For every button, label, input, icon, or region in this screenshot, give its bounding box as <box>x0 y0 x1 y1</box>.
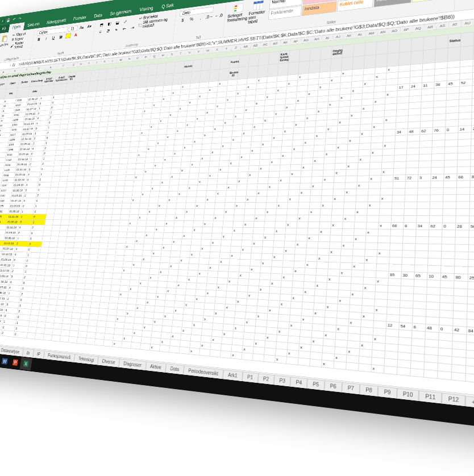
cell[interactable] <box>298 208 309 215</box>
cell[interactable]: x <box>354 236 366 243</box>
cell[interactable] <box>441 251 455 258</box>
cell[interactable] <box>99 181 108 186</box>
cell[interactable] <box>174 220 184 227</box>
col-header[interactable]: AJ <box>332 34 344 40</box>
cell[interactable] <box>188 179 198 185</box>
cell[interactable] <box>218 265 229 272</box>
cell[interactable] <box>257 183 268 190</box>
cell[interactable] <box>358 364 371 372</box>
cell[interactable] <box>142 186 151 191</box>
cell[interactable] <box>78 265 88 272</box>
col-header[interactable]: U <box>185 49 194 56</box>
cell[interactable]: 1 <box>37 187 51 193</box>
cell[interactable] <box>151 256 161 262</box>
cell[interactable] <box>142 250 152 256</box>
cell[interactable] <box>228 265 239 272</box>
cell[interactable] <box>230 154 240 160</box>
cell[interactable] <box>367 208 380 215</box>
cell[interactable] <box>286 208 298 215</box>
cell[interactable]: x <box>313 157 324 164</box>
cell[interactable] <box>78 208 88 214</box>
cell[interactable] <box>199 167 209 173</box>
cell[interactable] <box>313 151 325 158</box>
cell[interactable] <box>300 183 311 189</box>
cell[interactable] <box>69 271 78 277</box>
cell[interactable] <box>120 279 130 286</box>
cell[interactable] <box>406 148 419 155</box>
cell[interactable] <box>457 160 471 167</box>
cell[interactable]: x <box>364 256 377 264</box>
cell[interactable] <box>330 228 342 235</box>
cell[interactable] <box>346 169 357 176</box>
cell[interactable] <box>428 258 442 265</box>
col-header[interactable]: V <box>194 48 203 55</box>
cell[interactable]: x <box>237 178 248 184</box>
cell[interactable] <box>430 195 443 202</box>
cell[interactable] <box>119 220 129 226</box>
col-header[interactable]: X <box>212 47 222 53</box>
cell[interactable] <box>470 187 474 195</box>
cell[interactable] <box>67 231 76 236</box>
cell[interactable]: x <box>205 197 215 203</box>
table-header-cell[interactable] <box>330 58 342 72</box>
col-header[interactable]: AP <box>400 26 412 34</box>
table-header-cell[interactable] <box>387 52 400 66</box>
cell[interactable] <box>68 226 77 231</box>
cell[interactable] <box>199 161 210 167</box>
underline-button[interactable]: U <box>50 34 57 41</box>
cell[interactable]: x <box>153 162 163 168</box>
cell[interactable] <box>76 226 85 231</box>
cell[interactable] <box>430 181 443 187</box>
cell[interactable] <box>432 140 445 148</box>
cell[interactable]: x <box>288 196 299 202</box>
cell[interactable] <box>267 196 278 202</box>
col-header[interactable]: AH <box>311 36 322 43</box>
cell[interactable]: x <box>161 244 172 250</box>
cell[interactable] <box>371 143 383 149</box>
cell[interactable]: x <box>216 284 227 291</box>
cell[interactable] <box>85 338 95 345</box>
cell[interactable]: x <box>157 203 167 208</box>
align-center-button[interactable]: ≣ <box>105 27 112 35</box>
cell[interactable] <box>155 151 164 157</box>
cell[interactable] <box>209 252 220 258</box>
cell[interactable]: 76 <box>433 127 446 134</box>
cell[interactable] <box>144 238 153 244</box>
cell[interactable] <box>145 226 155 232</box>
cell[interactable]: 0 <box>32 214 46 220</box>
cell[interactable] <box>273 247 284 254</box>
cell-style-koblet celle[interactable]: Koblet celle <box>337 0 373 12</box>
cell[interactable]: x <box>250 147 261 153</box>
cell[interactable] <box>220 350 231 358</box>
cell[interactable] <box>233 221 244 227</box>
cell[interactable] <box>171 245 181 251</box>
cell[interactable]: x <box>303 139 314 146</box>
cell[interactable] <box>211 233 222 240</box>
table-header-cell[interactable] <box>257 65 269 78</box>
cell[interactable]: x <box>276 202 288 208</box>
cell[interactable] <box>285 228 297 235</box>
cell[interactable] <box>335 157 347 164</box>
cell[interactable]: x <box>292 145 303 152</box>
cell[interactable] <box>469 230 474 237</box>
cell[interactable] <box>302 152 314 158</box>
cell[interactable] <box>366 222 379 229</box>
cell[interactable] <box>273 241 285 248</box>
cell[interactable]: x <box>164 220 174 227</box>
cell[interactable] <box>94 214 103 220</box>
cell[interactable]: x <box>200 245 211 252</box>
cell[interactable] <box>148 281 158 287</box>
cell[interactable] <box>458 132 471 140</box>
cell[interactable] <box>158 275 168 282</box>
cell[interactable] <box>182 150 192 156</box>
col-header[interactable]: N <box>124 56 134 62</box>
cell[interactable] <box>131 342 141 349</box>
cell[interactable] <box>161 168 171 174</box>
cell[interactable] <box>193 221 203 227</box>
cell[interactable] <box>65 242 74 248</box>
cell[interactable] <box>120 153 129 158</box>
cell[interactable] <box>164 227 174 233</box>
cell[interactable]: x <box>169 263 179 270</box>
cell[interactable]: x <box>346 162 358 169</box>
cell[interactable] <box>114 197 123 203</box>
